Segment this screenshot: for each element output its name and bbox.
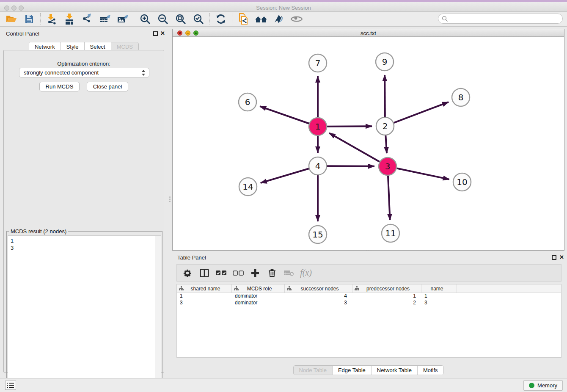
pane-splitter-handle[interactable] <box>364 249 373 251</box>
table-header-row: shared nameMCDS rolesuccessor nodesprede… <box>177 284 561 293</box>
tab-motifs[interactable]: Motifs <box>418 366 443 375</box>
table-cell[interactable]: 4 <box>285 293 352 300</box>
delete-column-icon[interactable] <box>267 268 278 279</box>
column-header-shared-name[interactable]: shared name <box>177 284 232 293</box>
graph-node-7[interactable]: 7 <box>309 54 327 72</box>
mcds-result-line: 3 <box>11 244 158 251</box>
close-panel-icon[interactable]: ✕ <box>160 30 165 36</box>
deselect-all-icon[interactable] <box>233 268 244 279</box>
open-folder-icon[interactable] <box>3 12 20 26</box>
graph-node-label: 14 <box>242 182 253 192</box>
optimization-select[interactable]: strongly connected component <box>19 68 149 77</box>
graph-node-2[interactable]: 2 <box>376 117 394 135</box>
network-window-titlebar[interactable]: ✕ − + scc.txt <box>173 29 564 37</box>
close-panel-button[interactable]: Close panel <box>87 82 129 91</box>
search-input[interactable] <box>438 14 563 24</box>
control-panel: Control Panel ✕ NetworkStyleSelectMCDS O… <box>0 29 168 376</box>
control-panel-title: Control Panel <box>6 30 39 37</box>
graph-node-3[interactable]: 3 <box>379 157 396 175</box>
graph-edge-1-6[interactable] <box>260 106 309 124</box>
network-canvas[interactable]: 7968124314101511 <box>173 37 564 251</box>
tab-edge-table[interactable]: Edge Table <box>333 366 372 375</box>
column-header-name[interactable]: name <box>421 284 457 293</box>
gear-icon[interactable] <box>182 268 193 279</box>
export-network-icon[interactable] <box>78 12 96 26</box>
export-table-icon[interactable] <box>96 12 114 26</box>
refresh-icon[interactable] <box>212 12 230 26</box>
graph-node-1[interactable]: 1 <box>309 118 327 135</box>
network-window: ✕ − + scc.txt 7968124314101511 <box>172 29 564 251</box>
graph-node-15[interactable]: 15 <box>309 226 327 243</box>
table-cell[interactable]: 2 <box>352 300 421 306</box>
pane-splitter-handle[interactable] <box>168 196 171 204</box>
column-header-predecessor-nodes[interactable]: predecessor nodes <box>352 284 421 293</box>
close-panel-icon[interactable]: ✕ <box>559 254 564 260</box>
zoom-out-icon[interactable] <box>154 12 172 26</box>
task-history-button[interactable] <box>5 381 16 390</box>
table-cell[interactable]: 3 <box>177 300 232 306</box>
graph-node-14[interactable]: 14 <box>239 178 257 196</box>
houses-icon[interactable] <box>252 12 270 26</box>
graph-node-9[interactable]: 9 <box>376 53 394 71</box>
graph-node-8[interactable]: 8 <box>452 88 470 106</box>
memory-label: Memory <box>537 382 557 389</box>
search-icon <box>442 16 448 22</box>
table-row[interactable]: 1dominator411 <box>177 293 561 300</box>
export-image-icon[interactable] <box>114 12 132 26</box>
mcds-result-list[interactable]: 13 <box>8 235 161 389</box>
graph-node-label: 10 <box>457 177 467 187</box>
table-cell[interactable]: 1 <box>352 293 421 300</box>
graph-node-4[interactable]: 4 <box>309 157 327 175</box>
zoom-selected-icon[interactable] <box>190 12 207 26</box>
float-panel-icon[interactable] <box>153 31 158 36</box>
scrollbar-track[interactable] <box>155 236 161 389</box>
table-row[interactable]: 3dominator323 <box>177 300 561 306</box>
save-icon[interactable] <box>20 12 38 26</box>
tab-network-table[interactable]: Network Table <box>372 366 418 375</box>
add-column-icon[interactable] <box>250 268 261 279</box>
graph-node-label: 2 <box>383 121 388 131</box>
graph-edge-4-14[interactable] <box>261 168 309 183</box>
graph-node-label: 7 <box>315 58 321 68</box>
optimization-label: Optimization criterion: <box>4 61 164 67</box>
copy-network-icon[interactable] <box>234 12 252 26</box>
tab-node-table[interactable]: Node Table <box>293 366 333 375</box>
select-all-icon[interactable] <box>216 268 227 279</box>
column-header-successor-nodes[interactable]: successor nodes <box>285 284 352 293</box>
graph-edge-2-8[interactable] <box>394 102 449 123</box>
table-cell[interactable]: dominator <box>232 300 285 306</box>
node-table: shared nameMCDS rolesuccessor nodesprede… <box>176 284 561 358</box>
graph-edge-3-11[interactable] <box>388 176 390 220</box>
memory-button[interactable]: Memory <box>523 380 563 391</box>
table-cell[interactable]: 1 <box>177 293 232 300</box>
table-cell[interactable]: 1 <box>421 293 457 300</box>
graph-edge-4-3[interactable] <box>327 166 374 166</box>
graph-node-10[interactable]: 10 <box>453 173 471 191</box>
column-header-mcds-role[interactable]: MCDS role <box>232 284 285 293</box>
import-network-icon[interactable] <box>43 12 61 26</box>
import-table-icon[interactable] <box>61 12 78 26</box>
zoom-in-icon[interactable] <box>136 12 154 26</box>
column-view-icon[interactable] <box>199 268 210 279</box>
graph-edge-1-2[interactable] <box>327 126 372 127</box>
table-cell[interactable]: dominator <box>232 293 285 300</box>
eye-icon[interactable] <box>288 12 306 26</box>
float-panel-icon[interactable] <box>552 255 556 260</box>
zoom-fit-icon[interactable] <box>172 12 190 26</box>
graph-node-11[interactable]: 11 <box>382 224 399 242</box>
graph-edge-2-3[interactable] <box>385 135 387 153</box>
toolbar-separator <box>134 13 134 25</box>
graph-edge-2-9[interactable] <box>385 75 385 117</box>
graph-edge-3-1[interactable] <box>329 133 380 162</box>
table-cell[interactable]: 3 <box>285 300 352 306</box>
select-stepper-icon <box>142 69 146 76</box>
graph-edge-3-10[interactable] <box>397 168 449 179</box>
run-mcds-button[interactable]: Run MCDS <box>39 82 80 91</box>
table-panel-title: Table Panel <box>177 254 206 261</box>
toolbar-separator <box>40 13 41 25</box>
graph-node-6[interactable]: 6 <box>239 93 256 111</box>
graph-node-label: 6 <box>245 97 250 107</box>
table-cell[interactable]: 3 <box>421 300 457 306</box>
main-toolbar <box>0 12 567 27</box>
flag-icon[interactable] <box>270 12 288 26</box>
